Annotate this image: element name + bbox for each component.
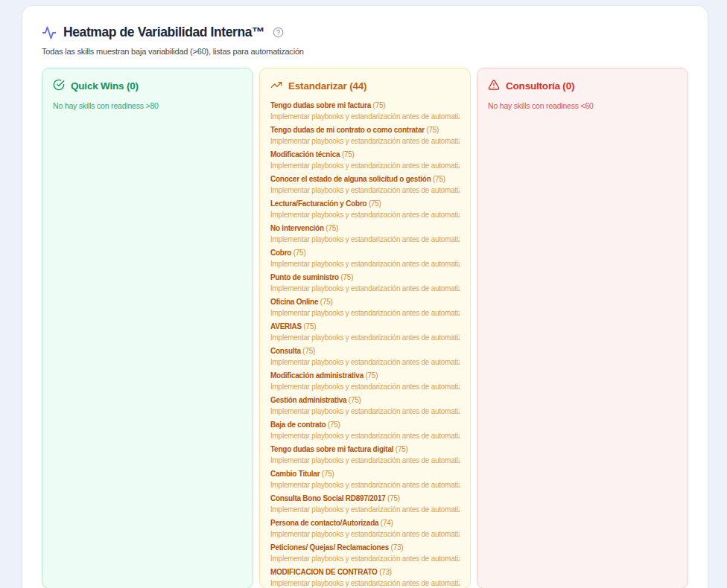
skill-name: Oficina Online: [270, 298, 318, 306]
skill-list-item: Tengo dudas de mi contrato o como contra…: [270, 126, 460, 146]
column-quick-wins: Quick Wins (0) No hay skills con readine…: [42, 68, 253, 588]
skill-list-item: Gestión administrativa (75) Implementar …: [270, 396, 460, 416]
skill-recommendation: Implementar playbooks y estandarización …: [270, 505, 460, 514]
skill-list-item: Baja de contrato (75) Implementar playbo…: [270, 421, 460, 441]
skill-readiness-score: (75): [339, 273, 353, 281]
skill-name: Punto de suministro: [270, 273, 339, 281]
skill-readiness-score: (75): [366, 199, 381, 208]
column-estandarizar-title: Estandarizar (44): [288, 80, 366, 92]
skill-name: Persona de contacto/Autorizada: [270, 519, 378, 527]
column-quick-wins-title: Quick Wins (0): [71, 80, 139, 92]
skill-list-item: Conocer el estado de alguna solicitud o …: [270, 175, 460, 195]
skill-list-item: Tengo dudas sobre mi factura digital (75…: [270, 445, 460, 465]
column-quick-wins-header: Quick Wins (0): [53, 79, 242, 93]
skill-name: Modificación técnica: [270, 150, 340, 159]
skill-name: Tengo dudas sobre mi factura digital: [270, 445, 393, 453]
skill-list-item: Modificación administrativa (75) Impleme…: [270, 371, 460, 392]
heatmap-columns: Quick Wins (0) No hay skills con readine…: [42, 68, 688, 588]
skill-name: Lectura/Facturación y Cobro: [270, 199, 366, 208]
skill-readiness-score: (75): [320, 470, 334, 478]
skill-name: No intervención: [270, 224, 324, 232]
skill-recommendation: Implementar playbooks y estandarización …: [270, 407, 460, 416]
skill-recommendation: Implementar playbooks y estandarización …: [270, 432, 460, 441]
skill-recommendation: Implementar playbooks y estandarización …: [270, 162, 460, 170]
skill-readiness-score: (73): [389, 543, 403, 552]
heatmap-card: Heatmap de Variabilidad Interna™ Todas l…: [22, 6, 708, 588]
card-header: Heatmap de Variabilidad Interna™: [42, 25, 688, 40]
skill-recommendation: Implementar playbooks y estandarización …: [270, 481, 460, 490]
page-title: Heatmap de Variabilidad Interna™: [63, 25, 264, 40]
skill-list-item: Cambio Titular (75) Implementar playbook…: [270, 470, 460, 490]
skill-list-item: Peticiones/ Quejas/ Reclamaciones (73) I…: [270, 543, 460, 563]
skill-readiness-score: (75): [386, 494, 400, 502]
consultoria-empty-message: No hay skills con readiness <60: [488, 101, 677, 110]
skill-name: Conocer el estado de alguna solicitud o …: [270, 175, 431, 183]
skill-readiness-score: (73): [378, 568, 392, 576]
skill-readiness-score: (75): [425, 126, 439, 134]
skill-list-item: No intervención (75) Implementar playboo…: [270, 224, 460, 244]
skill-name: Consulta: [270, 347, 301, 355]
skill-readiness-score: (75): [324, 224, 338, 232]
skill-list-item: Consulta (75) Implementar playbooks y es…: [270, 347, 460, 367]
skill-list-item: Persona de contacto/Autorizada (74) Impl…: [270, 519, 460, 539]
skill-recommendation: Implementar playbooks y estandarización …: [270, 383, 460, 392]
skill-readiness-score: (74): [378, 519, 393, 527]
help-circle-icon[interactable]: [273, 27, 284, 38]
skill-recommendation: Implementar playbooks y estandarización …: [270, 358, 460, 367]
skill-list-item: Punto de suministro (75) Implementar pla…: [270, 273, 460, 293]
skill-readiness-score: (75): [431, 175, 445, 183]
skill-recommendation: Implementar playbooks y estandarización …: [270, 579, 460, 588]
skill-recommendation: Implementar playbooks y estandarización …: [270, 456, 460, 465]
check-circle-icon: [53, 79, 65, 93]
skill-readiness-score: (75): [318, 298, 332, 306]
skill-recommendation: Implementar playbooks y estandarización …: [270, 211, 460, 220]
skill-name: Cambio Titular: [270, 470, 320, 478]
skill-recommendation: Implementar playbooks y estandarización …: [270, 260, 460, 269]
column-consultoria-header: Consultoría (0): [488, 79, 677, 93]
skill-list: Tengo dudas sobre mi factura (75) Implem…: [270, 101, 460, 588]
column-consultoria: Consultoría (0) No hay skills con readin…: [477, 68, 688, 588]
skill-recommendation: Implementar playbooks y estandarización …: [270, 555, 460, 563]
skill-recommendation: Implementar playbooks y estandarización …: [270, 284, 460, 293]
skill-readiness-score: (75): [302, 322, 316, 330]
skill-name: Baja de contrato: [270, 421, 326, 429]
skill-readiness-score: (75): [346, 396, 361, 404]
skill-readiness-score: (75): [291, 249, 305, 257]
trending-up-icon: [270, 79, 282, 93]
skill-recommendation: Implementar playbooks y estandarización …: [270, 309, 460, 318]
skill-recommendation: Implementar playbooks y estandarización …: [270, 235, 460, 244]
skill-readiness-score: (75): [393, 445, 407, 453]
column-consultoria-title: Consultoría (0): [506, 80, 574, 92]
skill-name: Tengo dudas de mi contrato o como contra…: [270, 126, 425, 134]
skill-readiness-score: (75): [326, 421, 340, 429]
skill-readiness-score: (75): [364, 371, 378, 380]
skill-name: Gestión administrativa: [270, 396, 346, 404]
page-subtitle: Todas las skills muestran baja variabili…: [42, 47, 688, 56]
skill-list-item: Lectura/Facturación y Cobro (75) Impleme…: [270, 199, 460, 220]
activity-icon: [42, 25, 57, 40]
skill-recommendation: Implementar playbooks y estandarización …: [270, 530, 460, 539]
skill-recommendation: Implementar playbooks y estandarización …: [270, 333, 460, 342]
skill-list-item: MODIFICACION DE CONTRATO (73) Implementa…: [270, 568, 460, 588]
skill-list-item: Consulta Bono Social RD897/2017 (75) Imp…: [270, 494, 460, 514]
skill-recommendation: Implementar playbooks y estandarización …: [270, 112, 460, 121]
skill-list-item: Modificación técnica (75) Implementar pl…: [270, 150, 460, 170]
skill-readiness-score: (75): [340, 150, 354, 159]
skill-recommendation: Implementar playbooks y estandarización …: [270, 137, 460, 146]
skill-list-item: Cobro (75) Implementar playbooks y estan…: [270, 249, 460, 269]
skill-list-item: AVERIAS (75) Implementar playbooks y est…: [270, 322, 460, 342]
skill-name: AVERIAS: [270, 322, 302, 330]
alert-triangle-icon: [488, 79, 500, 93]
skill-name: Modificación administrativa: [270, 371, 364, 380]
column-estandarizar-header: Estandarizar (44): [270, 79, 460, 93]
skill-list-item: Oficina Online (75) Implementar playbook…: [270, 298, 460, 318]
skill-name: Peticiones/ Quejas/ Reclamaciones: [270, 543, 389, 552]
quick-wins-empty-message: No hay skills con readiness >80: [53, 101, 242, 110]
skill-name: Tengo dudas sobre mi factura: [270, 101, 371, 109]
skill-readiness-score: (75): [301, 347, 315, 355]
skill-name: MODIFICACION DE CONTRATO: [270, 568, 378, 576]
column-estandarizar: Estandarizar (44) Tengo dudas sobre mi f…: [259, 68, 471, 588]
skill-readiness-score: (75): [371, 101, 385, 109]
skill-recommendation: Implementar playbooks y estandarización …: [270, 186, 460, 195]
skill-list-item: Tengo dudas sobre mi factura (75) Implem…: [270, 101, 460, 121]
